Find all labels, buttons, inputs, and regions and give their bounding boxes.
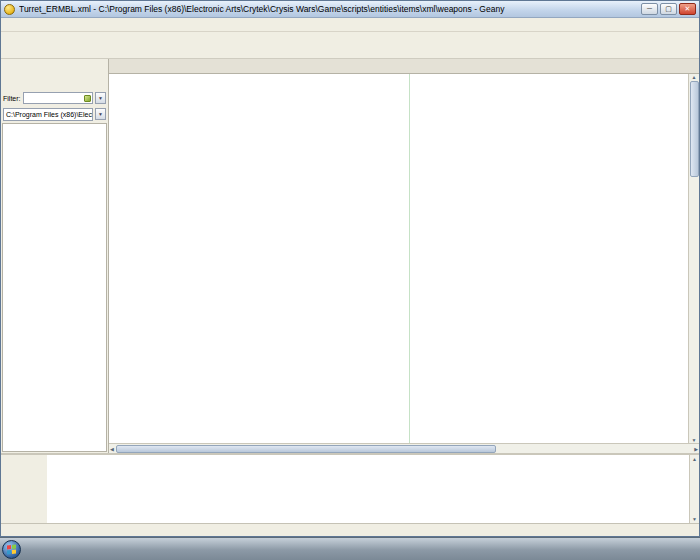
scroll-up-arrow[interactable]: ▲	[692, 456, 697, 462]
path-row: C:\Program Files (x86)\Electr ▼	[1, 106, 108, 122]
geany-window: Turret_ERMBL.xml - C:\Program Files (x86…	[0, 0, 700, 537]
minimize-button[interactable]: ─	[641, 3, 658, 15]
scroll-down-arrow[interactable]: ▼	[692, 437, 697, 443]
sidebar-nav-icons	[1, 74, 108, 90]
path-combo[interactable]: C:\Program Files (x86)\Electr	[3, 108, 93, 121]
vertical-scrollbar[interactable]: ▲ ▼	[688, 74, 699, 443]
status-log	[47, 455, 689, 523]
filter-input[interactable]	[25, 95, 85, 102]
filter-dropdown-button[interactable]: ▼	[95, 92, 106, 104]
message-window-tabs	[1, 455, 47, 523]
document-tab-bar	[109, 59, 699, 74]
file-browser-list	[2, 123, 107, 452]
filter-input-wrap	[23, 92, 94, 104]
message-scrollbar[interactable]: ▲ ▼	[689, 455, 699, 523]
clear-filter-icon[interactable]	[84, 95, 91, 102]
scroll-down-arrow[interactable]: ▼	[692, 516, 697, 522]
start-button[interactable]	[2, 540, 21, 559]
close-button[interactable]: ✕	[679, 3, 696, 15]
window-title: Turret_ERMBL.xml - C:\Program Files (x86…	[19, 4, 641, 14]
main-area: Filter: ▼ C:\Program Files (x86)\Electr …	[1, 59, 699, 453]
windows-logo-icon	[7, 544, 16, 554]
scroll-right-arrow[interactable]: ▶	[694, 446, 698, 452]
horizontal-scroll-thumb[interactable]	[116, 445, 496, 453]
editor-pane: ▲ ▼ ◀ ▶	[109, 59, 699, 453]
windows-taskbar	[0, 537, 700, 560]
filter-row: Filter: ▼	[1, 90, 108, 106]
status-bar	[1, 523, 699, 536]
vertical-scroll-thumb[interactable]	[690, 81, 699, 177]
long-line-marker	[409, 74, 410, 443]
scroll-up-arrow[interactable]: ▲	[692, 74, 697, 80]
toolbar	[1, 32, 699, 59]
geany-app-icon	[4, 4, 15, 15]
code-area[interactable]	[109, 74, 688, 443]
horizontal-scrollbar[interactable]: ◀ ▶	[109, 443, 699, 453]
sidebar: Filter: ▼ C:\Program Files (x86)\Electr …	[1, 59, 109, 453]
code-area-wrap: ▲ ▼	[109, 74, 699, 443]
title-bar[interactable]: Turret_ERMBL.xml - C:\Program Files (x86…	[1, 1, 699, 18]
message-window: ▲ ▼	[1, 453, 699, 523]
sidebar-tabs	[1, 59, 108, 74]
menu-bar	[1, 18, 699, 32]
scroll-left-arrow[interactable]: ◀	[110, 446, 114, 452]
path-dropdown-button[interactable]: ▼	[95, 108, 106, 120]
maximize-button[interactable]: ▢	[660, 3, 677, 15]
filter-label: Filter:	[3, 95, 21, 102]
